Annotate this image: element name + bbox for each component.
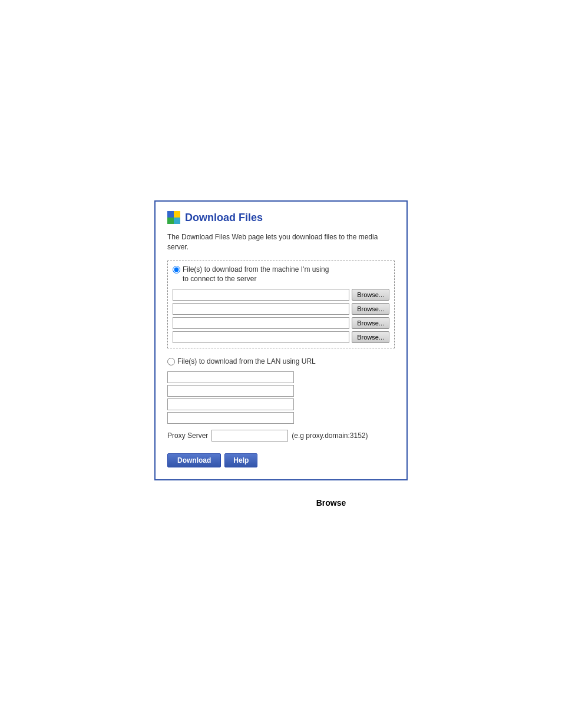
- browse-button-3[interactable]: Browse...: [352, 317, 389, 329]
- dialog-description: The Download Files Web page lets you dow…: [167, 232, 395, 252]
- file-row-4: Browse...: [173, 331, 389, 343]
- browse-button-1[interactable]: Browse...: [352, 289, 389, 301]
- file-row-2: Browse...: [173, 303, 389, 315]
- machine-radio-label[interactable]: File(s) to download from the machine I'm…: [173, 265, 389, 285]
- url-inputs-container: [167, 371, 395, 424]
- url-radio-label[interactable]: File(s) to download from the LAN using U…: [167, 357, 395, 367]
- app-logo-icon: [167, 211, 180, 224]
- url-radio-text: File(s) to download from the LAN using U…: [177, 357, 316, 367]
- machine-file-section: File(s) to download from the machine I'm…: [167, 261, 395, 349]
- url-input-4[interactable]: [167, 412, 294, 424]
- browse-heading: Browse: [316, 498, 346, 508]
- button-row: Download Help: [167, 453, 395, 467]
- help-button[interactable]: Help: [224, 453, 257, 467]
- url-input-1[interactable]: [167, 371, 294, 383]
- url-section: File(s) to download from the LAN using U…: [167, 357, 395, 442]
- file-input-2[interactable]: [173, 303, 349, 315]
- file-input-4[interactable]: [173, 331, 349, 343]
- proxy-hint: (e.g proxy.domain:3152): [292, 431, 368, 440]
- download-button[interactable]: Download: [167, 453, 221, 467]
- dialog-header: Download Files: [167, 211, 395, 224]
- browse-button-2[interactable]: Browse...: [352, 303, 389, 315]
- proxy-row: Proxy Server (e.g proxy.domain:3152): [167, 430, 395, 442]
- url-input-2[interactable]: [167, 385, 294, 397]
- url-input-3[interactable]: [167, 398, 294, 410]
- browse-button-4[interactable]: Browse...: [352, 331, 389, 343]
- download-files-dialog: Download Files The Download Files Web pa…: [154, 200, 408, 480]
- machine-radio-text: File(s) to download from the machine I'm…: [183, 265, 329, 285]
- file-input-3[interactable]: [173, 317, 349, 329]
- file-row-1: Browse...: [173, 289, 389, 301]
- file-row-3: Browse...: [173, 317, 389, 329]
- url-radio-input[interactable]: [167, 358, 175, 365]
- proxy-input[interactable]: [211, 430, 288, 442]
- file-input-1[interactable]: [173, 289, 349, 301]
- dialog-title: Download Files: [185, 212, 263, 224]
- machine-radio-input[interactable]: [173, 266, 180, 274]
- proxy-label: Proxy Server: [167, 431, 208, 440]
